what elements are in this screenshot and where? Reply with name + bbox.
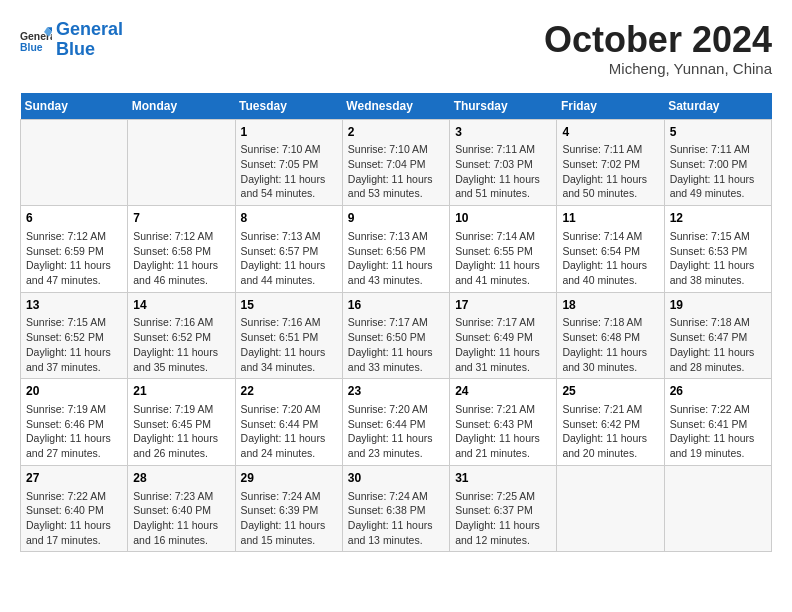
day-number: 17 xyxy=(455,297,551,314)
calendar-week-row: 20Sunrise: 7:19 AM Sunset: 6:46 PM Dayli… xyxy=(21,379,772,466)
calendar-cell: 29Sunrise: 7:24 AM Sunset: 6:39 PM Dayli… xyxy=(235,465,342,552)
cell-info: Sunrise: 7:19 AM Sunset: 6:45 PM Dayligh… xyxy=(133,402,229,461)
calendar-cell: 10Sunrise: 7:14 AM Sunset: 6:55 PM Dayli… xyxy=(450,206,557,293)
cell-info: Sunrise: 7:22 AM Sunset: 6:41 PM Dayligh… xyxy=(670,402,766,461)
cell-info: Sunrise: 7:25 AM Sunset: 6:37 PM Dayligh… xyxy=(455,489,551,548)
calendar-cell: 31Sunrise: 7:25 AM Sunset: 6:37 PM Dayli… xyxy=(450,465,557,552)
day-number: 3 xyxy=(455,124,551,141)
calendar-cell: 30Sunrise: 7:24 AM Sunset: 6:38 PM Dayli… xyxy=(342,465,449,552)
calendar-cell xyxy=(128,119,235,206)
day-header-wednesday: Wednesday xyxy=(342,93,449,120)
calendar-cell: 11Sunrise: 7:14 AM Sunset: 6:54 PM Dayli… xyxy=(557,206,664,293)
cell-info: Sunrise: 7:19 AM Sunset: 6:46 PM Dayligh… xyxy=(26,402,122,461)
calendar-cell: 15Sunrise: 7:16 AM Sunset: 6:51 PM Dayli… xyxy=(235,292,342,379)
cell-info: Sunrise: 7:21 AM Sunset: 6:42 PM Dayligh… xyxy=(562,402,658,461)
day-header-saturday: Saturday xyxy=(664,93,771,120)
cell-info: Sunrise: 7:10 AM Sunset: 7:04 PM Dayligh… xyxy=(348,142,444,201)
day-number: 27 xyxy=(26,470,122,487)
calendar-week-row: 6Sunrise: 7:12 AM Sunset: 6:59 PM Daylig… xyxy=(21,206,772,293)
calendar-cell: 18Sunrise: 7:18 AM Sunset: 6:48 PM Dayli… xyxy=(557,292,664,379)
calendar-cell: 12Sunrise: 7:15 AM Sunset: 6:53 PM Dayli… xyxy=(664,206,771,293)
cell-info: Sunrise: 7:14 AM Sunset: 6:55 PM Dayligh… xyxy=(455,229,551,288)
cell-info: Sunrise: 7:15 AM Sunset: 6:53 PM Dayligh… xyxy=(670,229,766,288)
day-number: 8 xyxy=(241,210,337,227)
calendar-cell: 7Sunrise: 7:12 AM Sunset: 6:58 PM Daylig… xyxy=(128,206,235,293)
day-number: 14 xyxy=(133,297,229,314)
logo-icon: General Blue xyxy=(20,24,52,56)
logo-subtext: Blue xyxy=(56,40,123,60)
cell-info: Sunrise: 7:21 AM Sunset: 6:43 PM Dayligh… xyxy=(455,402,551,461)
location: Micheng, Yunnan, China xyxy=(544,60,772,77)
cell-info: Sunrise: 7:14 AM Sunset: 6:54 PM Dayligh… xyxy=(562,229,658,288)
cell-info: Sunrise: 7:16 AM Sunset: 6:52 PM Dayligh… xyxy=(133,315,229,374)
day-number: 11 xyxy=(562,210,658,227)
day-number: 26 xyxy=(670,383,766,400)
cell-info: Sunrise: 7:17 AM Sunset: 6:50 PM Dayligh… xyxy=(348,315,444,374)
day-number: 13 xyxy=(26,297,122,314)
cell-info: Sunrise: 7:11 AM Sunset: 7:00 PM Dayligh… xyxy=(670,142,766,201)
day-number: 2 xyxy=(348,124,444,141)
cell-info: Sunrise: 7:24 AM Sunset: 6:38 PM Dayligh… xyxy=(348,489,444,548)
day-number: 18 xyxy=(562,297,658,314)
cell-info: Sunrise: 7:10 AM Sunset: 7:05 PM Dayligh… xyxy=(241,142,337,201)
day-number: 30 xyxy=(348,470,444,487)
calendar-cell: 1Sunrise: 7:10 AM Sunset: 7:05 PM Daylig… xyxy=(235,119,342,206)
day-number: 29 xyxy=(241,470,337,487)
day-number: 1 xyxy=(241,124,337,141)
calendar-cell: 3Sunrise: 7:11 AM Sunset: 7:03 PM Daylig… xyxy=(450,119,557,206)
title-block: October 2024 Micheng, Yunnan, China xyxy=(544,20,772,77)
day-header-thursday: Thursday xyxy=(450,93,557,120)
day-header-monday: Monday xyxy=(128,93,235,120)
day-header-friday: Friday xyxy=(557,93,664,120)
cell-info: Sunrise: 7:17 AM Sunset: 6:49 PM Dayligh… xyxy=(455,315,551,374)
calendar-cell: 19Sunrise: 7:18 AM Sunset: 6:47 PM Dayli… xyxy=(664,292,771,379)
calendar-cell: 25Sunrise: 7:21 AM Sunset: 6:42 PM Dayli… xyxy=(557,379,664,466)
cell-info: Sunrise: 7:11 AM Sunset: 7:02 PM Dayligh… xyxy=(562,142,658,201)
calendar-cell: 20Sunrise: 7:19 AM Sunset: 6:46 PM Dayli… xyxy=(21,379,128,466)
calendar-cell: 23Sunrise: 7:20 AM Sunset: 6:44 PM Dayli… xyxy=(342,379,449,466)
day-number: 15 xyxy=(241,297,337,314)
day-number: 19 xyxy=(670,297,766,314)
day-header-sunday: Sunday xyxy=(21,93,128,120)
day-number: 22 xyxy=(241,383,337,400)
day-number: 9 xyxy=(348,210,444,227)
calendar-cell: 13Sunrise: 7:15 AM Sunset: 6:52 PM Dayli… xyxy=(21,292,128,379)
calendar-cell: 5Sunrise: 7:11 AM Sunset: 7:00 PM Daylig… xyxy=(664,119,771,206)
calendar-cell xyxy=(557,465,664,552)
day-number: 7 xyxy=(133,210,229,227)
day-number: 5 xyxy=(670,124,766,141)
calendar-week-row: 13Sunrise: 7:15 AM Sunset: 6:52 PM Dayli… xyxy=(21,292,772,379)
calendar-cell: 28Sunrise: 7:23 AM Sunset: 6:40 PM Dayli… xyxy=(128,465,235,552)
day-number: 31 xyxy=(455,470,551,487)
day-number: 12 xyxy=(670,210,766,227)
day-header-tuesday: Tuesday xyxy=(235,93,342,120)
cell-info: Sunrise: 7:13 AM Sunset: 6:57 PM Dayligh… xyxy=(241,229,337,288)
cell-info: Sunrise: 7:24 AM Sunset: 6:39 PM Dayligh… xyxy=(241,489,337,548)
calendar-cell: 16Sunrise: 7:17 AM Sunset: 6:50 PM Dayli… xyxy=(342,292,449,379)
cell-info: Sunrise: 7:15 AM Sunset: 6:52 PM Dayligh… xyxy=(26,315,122,374)
cell-info: Sunrise: 7:20 AM Sunset: 6:44 PM Dayligh… xyxy=(241,402,337,461)
calendar-cell: 8Sunrise: 7:13 AM Sunset: 6:57 PM Daylig… xyxy=(235,206,342,293)
cell-info: Sunrise: 7:18 AM Sunset: 6:48 PM Dayligh… xyxy=(562,315,658,374)
day-number: 16 xyxy=(348,297,444,314)
cell-info: Sunrise: 7:23 AM Sunset: 6:40 PM Dayligh… xyxy=(133,489,229,548)
day-number: 4 xyxy=(562,124,658,141)
logo-text: General xyxy=(56,20,123,40)
cell-info: Sunrise: 7:11 AM Sunset: 7:03 PM Dayligh… xyxy=(455,142,551,201)
day-number: 28 xyxy=(133,470,229,487)
cell-info: Sunrise: 7:12 AM Sunset: 6:59 PM Dayligh… xyxy=(26,229,122,288)
calendar-week-row: 27Sunrise: 7:22 AM Sunset: 6:40 PM Dayli… xyxy=(21,465,772,552)
cell-info: Sunrise: 7:20 AM Sunset: 6:44 PM Dayligh… xyxy=(348,402,444,461)
day-number: 21 xyxy=(133,383,229,400)
page-header: General Blue General Blue October 2024 M… xyxy=(20,20,772,77)
day-number: 23 xyxy=(348,383,444,400)
day-number: 24 xyxy=(455,383,551,400)
calendar-cell: 4Sunrise: 7:11 AM Sunset: 7:02 PM Daylig… xyxy=(557,119,664,206)
cell-info: Sunrise: 7:18 AM Sunset: 6:47 PM Dayligh… xyxy=(670,315,766,374)
calendar-cell: 2Sunrise: 7:10 AM Sunset: 7:04 PM Daylig… xyxy=(342,119,449,206)
calendar-cell: 14Sunrise: 7:16 AM Sunset: 6:52 PM Dayli… xyxy=(128,292,235,379)
calendar-cell: 17Sunrise: 7:17 AM Sunset: 6:49 PM Dayli… xyxy=(450,292,557,379)
calendar-cell: 27Sunrise: 7:22 AM Sunset: 6:40 PM Dayli… xyxy=(21,465,128,552)
logo: General Blue General Blue xyxy=(20,20,123,60)
calendar-cell: 22Sunrise: 7:20 AM Sunset: 6:44 PM Dayli… xyxy=(235,379,342,466)
